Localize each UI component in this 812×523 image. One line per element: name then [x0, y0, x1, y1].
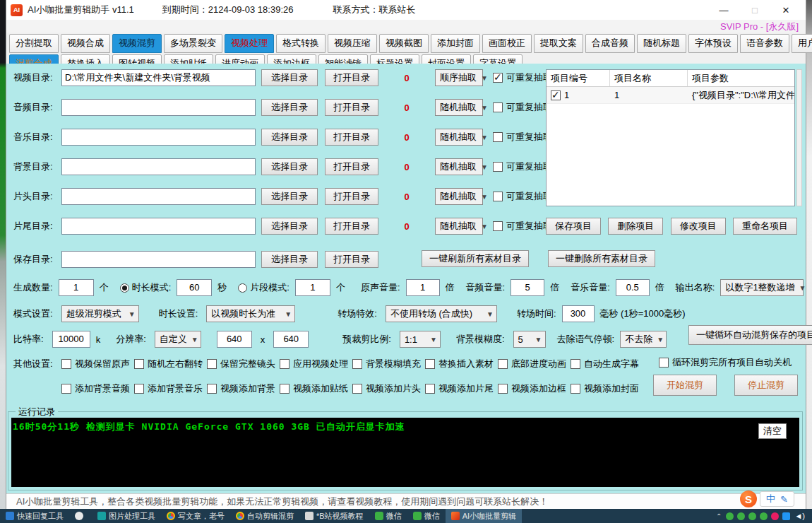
segment-mode-radio[interactable] [238, 283, 247, 293]
tab[interactable]: 视频混剪 [112, 34, 162, 53]
col-project-params[interactable]: 项目参数 [688, 70, 794, 86]
output-name-select[interactable]: 以数字1整数递增▼ [720, 279, 804, 296]
directory-path-input[interactable] [61, 129, 256, 146]
tab[interactable]: 添加封面 [431, 34, 480, 53]
refresh-all-materials-button[interactable]: 一键刷新所有素材目录 [422, 250, 529, 267]
clear-log-button[interactable]: 清空 [758, 423, 787, 439]
extract-mode-select[interactable]: 随机抽取▼ [435, 129, 483, 146]
extract-mode-select[interactable]: 随机抽取▼ [435, 188, 483, 205]
delete-all-materials-button[interactable]: 一键删除所有素材目录 [548, 250, 655, 267]
open-directory-button[interactable]: 打开目录 [325, 129, 378, 146]
tab[interactable]: 字体预设 [688, 34, 738, 53]
tab[interactable]: 视频截图 [379, 34, 429, 53]
setting-checkbox[interactable] [280, 384, 289, 394]
duration-mode-radio[interactable] [120, 283, 129, 293]
close-button[interactable]: ✕ [770, 1, 801, 19]
tab[interactable]: 随机标题 [637, 34, 686, 53]
tab[interactable]: 视频压缩 [328, 34, 377, 53]
setting-checkbox[interactable] [207, 384, 217, 394]
tab[interactable]: 语音参数 [740, 34, 789, 53]
tab[interactable]: 用户信息 [792, 34, 812, 53]
directory-path-input[interactable] [61, 218, 256, 235]
auto-shutdown-checkbox[interactable] [659, 358, 669, 368]
maximize-button[interactable]: □ [739, 1, 770, 19]
original-volume-input[interactable]: 1 [406, 279, 440, 296]
project-table-scrollbar[interactable] [796, 69, 802, 206]
setting-checkbox[interactable] [571, 384, 580, 394]
ime-chinese-mode-icon[interactable]: 中 [766, 493, 775, 505]
minimize-button[interactable]: — [708, 1, 739, 19]
choose-directory-button[interactable]: 选择目录 [261, 129, 318, 146]
choose-save-directory-button[interactable]: 选择目录 [261, 251, 318, 268]
open-directory-button[interactable]: 打开目录 [325, 188, 378, 205]
directory-path-input[interactable]: D:\常用文件夹\新建文件夹\背景视频 [61, 69, 256, 86]
extract-mode-select[interactable]: 随机抽取▼ [435, 218, 483, 235]
tab[interactable]: 视频处理 [225, 34, 274, 53]
resolution-height-input[interactable]: 640 [273, 331, 309, 348]
tray-app-icon[interactable] [748, 512, 756, 520]
delete-project-button[interactable]: 删除项目 [608, 218, 663, 235]
resolution-mode-select[interactable]: 自定义▼ [155, 331, 201, 348]
repeat-extract-checkbox[interactable] [493, 162, 503, 172]
loop-auto-mix-button[interactable]: 一键循环自动混剪保存的项目 [688, 325, 812, 345]
segment-input[interactable]: 1 [295, 279, 330, 296]
music-volume-input[interactable]: 0.5 [616, 279, 650, 296]
remove-pause-select[interactable]: 不去除▼ [620, 331, 667, 348]
extract-mode-select[interactable]: 顺序抽取▼ [435, 69, 483, 86]
setting-checkbox[interactable] [61, 359, 71, 369]
project-table-row[interactable]: 1 1 {"视频目录":"D:\\常用文件夹\\... [547, 87, 794, 104]
sogou-logo-icon[interactable]: S [740, 490, 757, 507]
blur-select[interactable]: 5▼ [513, 331, 546, 348]
setting-checkbox[interactable] [134, 359, 144, 369]
save-directory-input[interactable] [61, 251, 256, 268]
col-project-name[interactable]: 项目名称 [610, 70, 688, 86]
duration-input[interactable]: 60 [177, 279, 212, 296]
open-directory-button[interactable]: 打开目录 [325, 69, 378, 86]
rename-project-button[interactable]: 重命名项目 [733, 218, 797, 235]
setting-checkbox[interactable] [352, 359, 362, 369]
col-project-id[interactable]: 项目编号 [547, 70, 610, 86]
bitrate-input[interactable]: 10000 [52, 331, 90, 348]
save-project-button[interactable]: 保存项目 [546, 218, 601, 235]
repeat-extract-checkbox[interactable] [493, 192, 503, 201]
precrop-select[interactable]: 1:1▼ [400, 331, 441, 348]
repeat-extract-checkbox[interactable] [493, 132, 503, 142]
taskbar-app[interactable]: 图片处理工具 [92, 509, 161, 523]
repeat-extract-checkbox[interactable] [493, 73, 503, 83]
taskbar-app[interactable]: 写文章，老号 [161, 509, 230, 523]
taskbar-app[interactable] [69, 509, 92, 523]
taskbar-app[interactable]: 微信 [369, 509, 407, 523]
setting-checkbox[interactable] [425, 384, 435, 394]
tray-chevron-up-icon[interactable]: ⌃ [716, 512, 722, 520]
open-directory-button[interactable]: 打开目录 [325, 158, 378, 175]
taskbar-app[interactable]: 微信 [407, 509, 446, 523]
taskbar-app[interactable]: 快速回复工具 [0, 509, 69, 523]
modify-project-button[interactable]: 修改项目 [671, 218, 726, 235]
generate-count-input[interactable]: 1 [59, 279, 94, 296]
open-directory-button[interactable]: 打开目录 [325, 218, 378, 235]
mix-mode-select[interactable]: 超级混剪模式▼ [61, 305, 139, 322]
choose-directory-button[interactable]: 选择目录 [261, 99, 318, 116]
setting-checkbox[interactable] [571, 359, 580, 369]
open-save-directory-button[interactable]: 打开目录 [325, 251, 378, 268]
choose-directory-button[interactable]: 选择目录 [261, 158, 318, 175]
setting-checkbox[interactable] [498, 359, 508, 369]
setting-checkbox[interactable] [498, 384, 508, 394]
taskbar-app[interactable]: 自动剪辑混剪 [230, 509, 299, 523]
tab[interactable]: 合成音频 [585, 34, 635, 53]
tab[interactable]: 画面校正 [482, 34, 532, 53]
resolution-width-input[interactable]: 640 [217, 331, 252, 348]
setting-checkbox[interactable] [352, 384, 362, 394]
tab[interactable]: 多场景裂变 [164, 34, 222, 53]
tab[interactable]: 分割提取 [9, 34, 59, 53]
tab[interactable]: 提取文案 [534, 34, 583, 53]
tab[interactable]: 视频合成 [61, 34, 110, 53]
setting-checkbox[interactable] [425, 359, 435, 369]
transition-time-input[interactable]: 300 [562, 305, 595, 322]
tray-app-icon[interactable] [737, 512, 745, 520]
choose-directory-button[interactable]: 选择目录 [261, 188, 318, 205]
directory-path-input[interactable] [61, 188, 256, 205]
stop-mix-button[interactable]: 停止混剪 [734, 375, 798, 396]
transition-select[interactable]: 不使用转场 (合成快)▼ [386, 305, 497, 322]
speaker-icon[interactable]: ◄) [794, 512, 805, 520]
